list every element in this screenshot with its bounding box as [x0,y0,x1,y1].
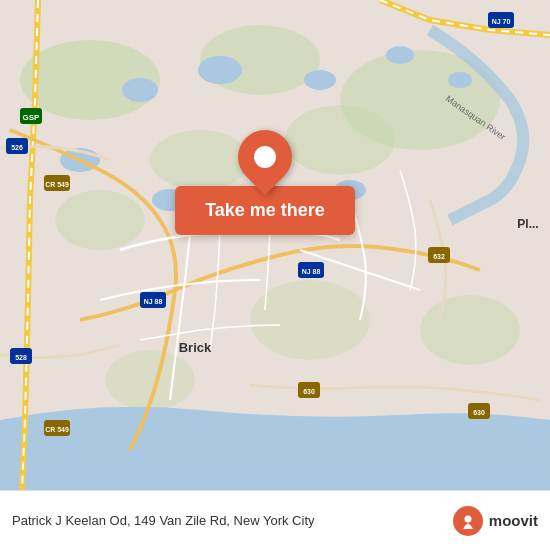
svg-point-14 [448,72,472,88]
svg-text:CR 549: CR 549 [45,181,69,188]
svg-point-10 [122,78,158,102]
map-container: Manasquan River GSP [0,0,550,490]
location-pin-icon [227,119,303,195]
svg-text:GSP: GSP [23,113,41,122]
svg-text:Brick: Brick [179,340,212,355]
svg-text:630: 630 [303,388,315,395]
address-text: Patrick J Keelan Od, 149 Van Zile Rd, Ne… [12,513,453,528]
svg-text:526: 526 [11,144,23,151]
svg-point-12 [304,70,336,90]
svg-text:NJ 88: NJ 88 [302,268,321,275]
svg-text:Pl...: Pl... [517,217,538,231]
button-overlay: Take me there [155,130,375,235]
svg-text:528: 528 [15,354,27,361]
svg-point-7 [250,280,370,360]
svg-point-13 [386,46,414,64]
map-svg: Manasquan River GSP [0,0,550,490]
svg-text:630: 630 [473,409,485,416]
svg-text:NJ 88: NJ 88 [144,298,163,305]
svg-point-6 [55,190,145,250]
svg-text:CR 549: CR 549 [45,426,69,433]
moovit-logo[interactable]: moovit [453,506,538,536]
moovit-icon [453,506,483,536]
svg-text:632: 632 [433,253,445,260]
moovit-label: moovit [489,512,538,529]
svg-text:NJ 70: NJ 70 [492,18,511,25]
bottom-bar: Patrick J Keelan Od, 149 Van Zile Rd, Ne… [0,490,550,550]
svg-point-11 [198,56,242,84]
svg-point-43 [464,515,471,522]
svg-point-8 [420,295,520,365]
